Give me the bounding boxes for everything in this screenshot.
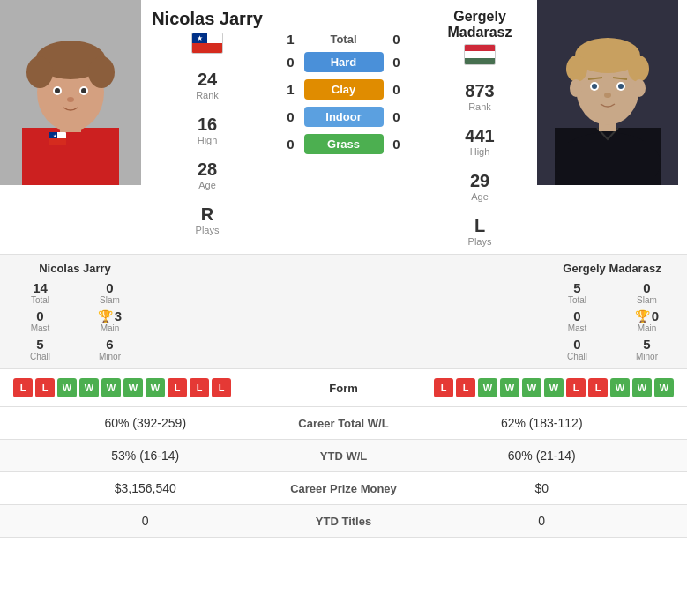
right-slam-cell: 0 Slam — [616, 280, 678, 305]
right-form-badge: W — [522, 378, 541, 397]
surface-hard-btn[interactable]: Hard — [304, 52, 384, 72]
right-form-badge: W — [610, 378, 630, 397]
left-slam-cell: 0 Slam — [78, 280, 141, 305]
stats-row-center-3: YTD Titles — [273, 515, 414, 528]
right-form-badge: L — [456, 378, 475, 397]
left-form-badge: L — [190, 378, 209, 397]
svg-rect-2 — [22, 128, 119, 185]
left-rank-box: 24 Rank — [196, 70, 219, 100]
right-rank-box: 873 Rank — [465, 81, 494, 112]
left-form-badge: W — [101, 378, 121, 397]
clay-left-score: 1 — [278, 82, 304, 97]
left-form-badge: W — [146, 378, 165, 397]
right-player-photo-panel — [537, 0, 687, 254]
left-high-box: 16 High — [198, 115, 218, 145]
stats-row-left-0: 60% (392-259) — [18, 416, 273, 430]
right-player-name: Gergely Madarasz — [422, 9, 537, 41]
stats-row-center-2: Career Prize Money — [273, 482, 414, 495]
right-form-badge: L — [434, 378, 453, 397]
left-total-label: Total — [9, 295, 71, 305]
right-mast-value: 0 — [546, 308, 609, 323]
grass-left-score: 0 — [278, 137, 304, 152]
right-rank-label: Rank — [468, 101, 491, 112]
right-main-value: 0 — [652, 308, 659, 323]
surface-grass-btn[interactable]: Grass — [304, 134, 384, 154]
clay-right-score: 0 — [384, 82, 410, 97]
right-slam-value: 0 — [616, 280, 678, 295]
left-minor-cell: 6 Minor — [78, 337, 141, 361]
left-form-badge: W — [79, 378, 99, 397]
total-left-score: 1 — [278, 32, 304, 47]
right-total-value: 5 — [546, 280, 609, 295]
left-trophy-main: 🏆 3 Main — [78, 308, 141, 333]
right-age-box: 29 Age — [470, 171, 489, 202]
left-stats-panel: Nicolas Jarry ★ 24 Rank 16 High — [150, 0, 265, 254]
right-name-stats: Gergely Madarasz 5 Total 0 Slam 0 Mast 🏆 — [537, 255, 687, 368]
right-high-label: High — [470, 146, 490, 157]
left-mast-cell: 0 Mast — [9, 308, 71, 333]
right-form-badge: W — [654, 378, 674, 397]
left-plays-value: R — [201, 204, 213, 225]
stats-row-1: 53% (16-14)YTD W/L60% (21-14) — [0, 440, 687, 472]
left-main-label: Main — [101, 323, 120, 333]
surface-row-indoor: 0 Indoor 0 — [265, 107, 422, 127]
right-minor-value: 5 — [616, 337, 678, 352]
surface-indoor-btn[interactable]: Indoor — [304, 107, 384, 127]
left-slam-label: Slam — [78, 295, 141, 305]
left-plays-label: Plays — [196, 225, 220, 235]
svg-point-29 — [604, 93, 611, 98]
stats-row-center-0: Career Total W/L — [273, 417, 414, 430]
left-form-results: LLWWWWWLLL — [13, 378, 300, 397]
stats-row-center-1: YTD W/L — [273, 449, 414, 463]
right-high-box: 441 High — [465, 126, 494, 157]
left-main-value: 3 — [115, 308, 122, 323]
left-flag: ★ — [191, 33, 223, 54]
left-chall-label: Chall — [9, 352, 71, 361]
right-name-label: Gergely Madarasz — [563, 262, 661, 275]
svg-point-11 — [81, 88, 86, 93]
right-plays-value: L — [474, 216, 485, 236]
right-minor-label: Minor — [616, 352, 678, 361]
total-row: 1 Total 0 — [265, 32, 422, 47]
right-chall-cell: 0 Chall — [546, 337, 609, 361]
surface-clay-btn[interactable]: Clay — [304, 79, 384, 100]
right-form-badge: W — [632, 378, 652, 397]
right-trophy-icon: 🏆 — [635, 309, 650, 323]
svg-point-6 — [26, 56, 53, 88]
indoor-left-score: 0 — [278, 109, 304, 124]
surface-row-hard: 0 Hard 0 — [265, 52, 422, 72]
svg-point-12 — [67, 97, 74, 102]
right-high-value: 441 — [465, 126, 494, 146]
left-total-value: 14 — [9, 280, 71, 295]
right-form-badge: W — [478, 378, 497, 397]
right-form-badge: L — [588, 378, 608, 397]
right-trophy-main: 🏆 0 Main — [616, 308, 678, 333]
stats-row-right-1: 60% (21-14) — [414, 449, 670, 463]
svg-point-10 — [55, 88, 60, 93]
grass-right-score: 0 — [384, 137, 410, 152]
svg-point-24 — [628, 56, 649, 82]
svg-point-31 — [633, 79, 646, 97]
left-name-label: Nicolas Jarry — [39, 262, 111, 275]
right-form-results: LLWWWWLLWWW — [388, 378, 675, 397]
left-trophy-icon: 🏆 — [98, 309, 113, 323]
left-chall-value: 5 — [9, 337, 71, 352]
svg-point-23 — [566, 56, 587, 82]
surface-row-grass: 0 Grass 0 — [265, 134, 422, 154]
left-form-badge: W — [123, 378, 143, 397]
total-right-score: 0 — [384, 32, 410, 47]
left-age-value: 28 — [198, 160, 217, 180]
left-minor-label: Minor — [78, 352, 141, 361]
left-player-photo: ★ — [0, 0, 141, 185]
stats-rows-container: 60% (392-259)Career Total W/L62% (183-11… — [0, 407, 687, 538]
stats-row-left-1: 53% (16-14) — [18, 449, 273, 463]
left-high-label: High — [198, 135, 218, 145]
left-age-box: 28 Age — [198, 160, 217, 190]
indoor-right-score: 0 — [384, 109, 410, 124]
left-rank-label: Rank — [196, 90, 219, 100]
stats-row-left-3: 0 — [18, 514, 273, 528]
left-age-label: Age — [198, 180, 216, 190]
stats-row-3: 0YTD Titles0 — [0, 505, 687, 538]
right-slam-label: Slam — [616, 295, 678, 305]
right-form-badge: L — [566, 378, 586, 397]
